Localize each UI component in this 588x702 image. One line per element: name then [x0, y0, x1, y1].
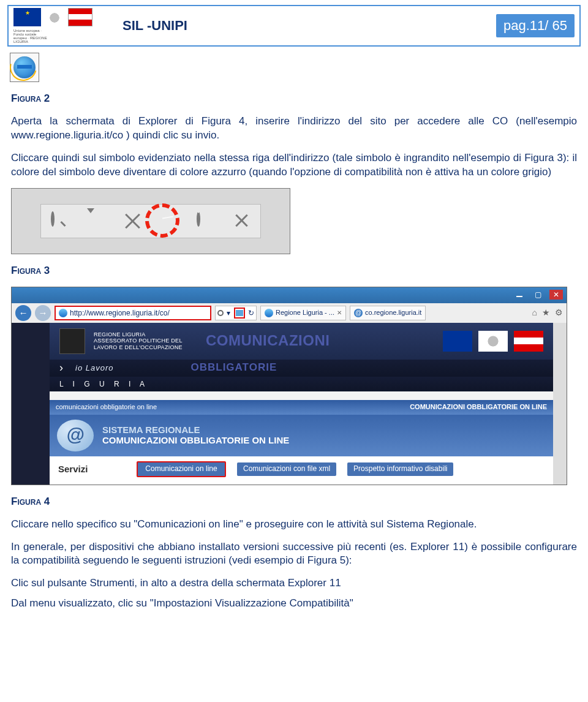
figure4-browser: ▢ ✕ ← → http://www.regione.liguria.it/co… — [11, 287, 567, 485]
paragraph-3: Cliccare nello specifico su "Comunicazio… — [11, 518, 577, 532]
system-banner: @ SISTEMA REGIONALE COMUNICAZIONI OBBLIG… — [50, 415, 553, 456]
url-text: http://www.regione.liguria.it/co/ — [70, 308, 170, 318]
figure2-caption: Figura 2 — [11, 92, 577, 106]
spacer — [50, 391, 553, 400]
site-icon — [59, 309, 67, 317]
dropdown-icon[interactable] — [87, 213, 104, 230]
region-logo-icon — [59, 328, 85, 354]
paragraph-6: Dal menu visualizzato, clic su "Impostaz… — [11, 597, 577, 611]
comunicazioni-online-button[interactable]: Comunicazioni on line — [137, 461, 226, 477]
address-input[interactable]: http://www.regione.liguria.it/co/ — [55, 306, 211, 320]
search-small-icon — [217, 310, 224, 316]
paragraph-1: Aperta la schermata di Explorer di Figur… — [11, 115, 577, 143]
logos-caption: Unione europea · Fondo sociale europeo ·… — [13, 29, 47, 43]
minimize-icon[interactable] — [513, 290, 526, 300]
obbligatorie-text: OBBLIGATORIE — [190, 361, 277, 375]
toolbar-tray: ⌂ ★ ⚙ — [532, 307, 563, 319]
sys-line2: COMUNICAZIONI OBBLIGATORIE ON LINE — [102, 436, 289, 446]
header-big-title: COMUNICAZIONI — [206, 331, 330, 350]
liguria-flag-icon — [68, 8, 92, 26]
compatibility-small-icon — [236, 310, 243, 316]
home-icon[interactable]: ⌂ — [532, 307, 537, 319]
favorites-icon[interactable]: ★ — [542, 307, 550, 319]
close-icon[interactable] — [233, 213, 251, 230]
compatibility-highlight[interactable] — [234, 308, 245, 319]
breadcrumb-left: comunicazioni obbligatorie on line — [56, 402, 157, 412]
address-search[interactable]: ▾ ↻ — [215, 306, 257, 320]
stop-icon[interactable] — [124, 213, 141, 230]
comunicazioni-xml-button[interactable]: Comunicazioni con file xml — [237, 462, 336, 476]
figure3-caption: Figura 3 — [11, 264, 577, 278]
servizi-label: Servizi — [58, 463, 126, 475]
sys-line1: SISTEMA REGIONALE — [102, 425, 289, 436]
window-controls: ▢ ✕ — [12, 287, 567, 303]
site-header: REGIONE LIGURIA ASSESSORATO POLITICHE DE… — [50, 323, 553, 360]
paragraph-5: Clic sul pulsante Strumenti, in alto a d… — [11, 576, 577, 591]
breadcrumb-bar: comunicazioni obbligatorie on line COMUN… — [50, 400, 553, 415]
refresh-icon[interactable] — [197, 213, 214, 230]
eu-mini-flag-icon — [443, 331, 472, 352]
lig-mini-flag-icon — [514, 331, 543, 352]
tab-regione[interactable]: Regione Liguria - ... ✕ — [260, 306, 346, 320]
co-logo-icon: @ — [57, 420, 94, 451]
tools-icon[interactable]: ⚙ — [555, 307, 563, 319]
site-subheader: › io Lavoro OBBLIGATORIE — [50, 360, 553, 377]
close-window-icon[interactable]: ✕ — [549, 290, 563, 300]
page-number-badge: pag.11/ 65 — [496, 14, 575, 37]
forward-button[interactable]: → — [35, 305, 51, 321]
tab-co[interactable]: @ co.regione.liguria.it — [350, 306, 426, 320]
italy-emblem-icon — [43, 8, 66, 28]
liguria-text: L I G U R I A — [59, 379, 148, 389]
highlight-circle — [145, 203, 179, 238]
liguria-strip: L I G U R I A — [50, 377, 553, 391]
left-sidebar — [12, 323, 50, 485]
tab2-label: co.regione.liguria.it — [365, 308, 421, 317]
it-mini-emblem-icon — [478, 331, 508, 352]
doc-header: Unione europea · Fondo sociale europeo ·… — [7, 5, 581, 47]
tab1-label: Regione Liguria - ... — [276, 308, 334, 317]
prospetto-disabili-button[interactable]: Prospetto informativo disabili — [347, 462, 453, 476]
back-button[interactable]: ← — [15, 305, 31, 321]
doc-title: SIL -UNIPI — [111, 18, 496, 34]
maximize-icon[interactable]: ▢ — [531, 290, 545, 300]
breadcrumb-right: COMUNICAZIONI OBBLIGATORIE ON LINE — [410, 402, 547, 412]
tab-at-icon: @ — [354, 309, 363, 317]
scrollbar[interactable] — [553, 323, 567, 485]
eu-flag-icon — [13, 8, 41, 26]
ie-launch-icon[interactable] — [10, 53, 39, 82]
header-logos: Unione europea · Fondo sociale europeo ·… — [13, 8, 111, 43]
io-lavoro-text: io Lavoro — [75, 363, 113, 374]
chevron-right-icon: › — [59, 360, 66, 375]
internet-explorer-icon — [13, 56, 36, 78]
search-icon[interactable] — [51, 213, 68, 230]
services-row: Servizi Comunicazioni on line Comunicazi… — [50, 456, 553, 485]
paragraph-2: Cliccare quindi sul simbolo evidenziato … — [11, 151, 577, 179]
figure3-toolbar — [11, 188, 290, 254]
header-flags — [443, 331, 543, 352]
paragraph-4: In generale, per dispositivi che abbiano… — [11, 540, 577, 568]
tab-close-icon[interactable]: ✕ — [337, 309, 342, 317]
figure4-caption: Figura 4 — [11, 495, 577, 509]
tab-favicon — [265, 309, 273, 317]
header-small-text: REGIONE LIGURIA ASSESSORATO POLITICHE DE… — [94, 331, 183, 350]
address-bar-row: ← → http://www.regione.liguria.it/co/ ▾ … — [12, 303, 567, 323]
